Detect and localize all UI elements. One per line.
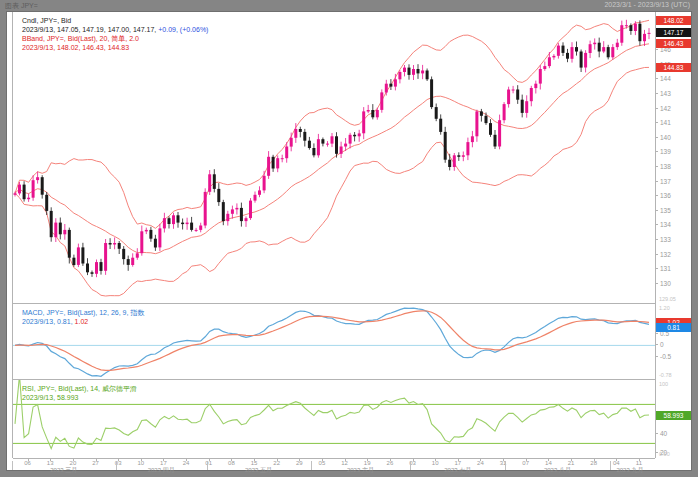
price-tick: 144: [655, 75, 696, 82]
macd-tick: 0: [655, 341, 696, 348]
x-day-label: 03: [112, 460, 124, 466]
candles-layer: [14, 20, 651, 277]
month-separator: [116, 461, 117, 470]
month-separator: [12, 461, 13, 470]
legend-macd: MACD, JPY=, Bid(Last), 12, 26, 9, 指数: [22, 308, 144, 317]
candlestick-chart[interactable]: [13, 12, 655, 303]
x-day-label: 31: [497, 460, 509, 466]
x-day-label: 29: [293, 460, 305, 466]
legend-ohlc: 2023/9/13, 147.05, 147.19, 147.00, 147.1…: [22, 25, 208, 34]
x-month-label: 2023 六月: [325, 466, 395, 475]
price-badge: 148.02: [656, 16, 691, 25]
price-tick: 141: [655, 119, 696, 126]
x-month-label: 2023 五月: [224, 466, 294, 475]
price-badge: 0.81: [656, 323, 691, 332]
x-day-label: 01: [203, 460, 215, 466]
price-legend: Cndl, JPY=, Bid 2023/9/13, 147.05, 147.1…: [22, 16, 208, 52]
price-tick: 130: [655, 280, 696, 287]
window-title: 图表 JPY=: [5, 1, 38, 11]
axis-minmax-label: -0.78: [659, 372, 672, 378]
rsi-tick: 40: [655, 430, 696, 437]
x-month-label: 2023 三月: [29, 466, 99, 475]
axis-minmax-label: 1.20: [659, 305, 670, 311]
chart-window: 图表 JPY= 2023/3/1 - 2023/9/13 (UTC) Cndl,…: [0, 0, 698, 477]
x-month-label: 2023 四月: [126, 466, 196, 475]
bollinger-bands: [15, 20, 649, 296]
price-badge: 146.43: [656, 39, 691, 48]
axis-minmax-label: 129.05: [659, 296, 676, 302]
legend-bband: BBand, JPY=, Bid(Last), 20, 简单, 2.0: [22, 34, 208, 43]
price-tick: 131: [655, 265, 696, 272]
x-month-label: 2023 七月: [423, 466, 493, 475]
axis-minmax-label: 100: [659, 381, 668, 387]
month-separator: [505, 461, 506, 470]
price-tick: 140: [655, 134, 696, 141]
date-range-label: 2023/3/1 - 2023/9/13 (UTC): [604, 1, 690, 8]
axis-minmax-label: 0.00: [659, 451, 670, 457]
price-tick: 143: [655, 90, 696, 97]
macd-panel[interactable]: MACD, JPY=, Bid(Last), 12, 26, 9, 指数 202…: [13, 304, 655, 380]
chart-card: Cndl, JPY=, Bid 2023/9/13, 147.05, 147.1…: [6, 11, 692, 471]
price-tick: 135: [655, 207, 696, 214]
y-axis-column[interactable]: 1481471461451441431421411401391381371361…: [655, 12, 693, 458]
x-month-label: 2023 九月: [595, 466, 665, 475]
price-tick: 133: [655, 236, 696, 243]
price-badge: 147.17: [656, 28, 691, 37]
x-month-label: 2023 八月: [522, 466, 592, 475]
legend-rsi-values: 2023/9/13, 58.993: [22, 393, 137, 402]
macd-tick: -0.5: [655, 353, 696, 360]
x-axis[interactable]: 0613202703101724010815222905121926031017…: [7, 459, 655, 472]
price-badge: 58.993: [656, 411, 691, 420]
rsi-panel[interactable]: RSI, JPY=, Bid(Last), 14, 威尔德平滑 2023/9/1…: [13, 380, 655, 459]
price-tick: 138: [655, 163, 696, 170]
price-tick: 134: [655, 221, 696, 228]
month-separator: [311, 461, 312, 470]
price-tick: 139: [655, 148, 696, 155]
legend-bband-values: 2023/9/13, 148.02, 146.43, 144.83: [22, 43, 208, 52]
macd-legend: MACD, JPY=, Bid(Last), 12, 26, 9, 指数 202…: [22, 308, 144, 326]
month-separator: [410, 461, 411, 470]
price-tick: 142: [655, 105, 696, 112]
legend-rsi: RSI, JPY=, Bid(Last), 14, 威尔德平滑: [22, 384, 137, 393]
x-day-label: 03: [407, 460, 419, 466]
price-tick: 136: [655, 192, 696, 199]
month-separator: [207, 461, 208, 470]
rsi-legend: RSI, JPY=, Bid(Last), 14, 威尔德平滑 2023/9/1…: [22, 384, 137, 402]
plot-area[interactable]: Cndl, JPY=, Bid 2023/9/13, 147.05, 147.1…: [12, 12, 656, 458]
price-badge: 144.83: [656, 63, 691, 72]
title-bar: 图表 JPY= 2023/3/1 - 2023/9/13 (UTC): [0, 0, 698, 11]
legend-macd-values: 2023/9/13, 0.81, 1.02: [22, 317, 144, 326]
price-panel[interactable]: Cndl, JPY=, Bid 2023/9/13, 147.05, 147.1…: [13, 12, 655, 304]
legend-instrument: Cndl, JPY=, Bid: [22, 16, 208, 25]
price-tick: 132: [655, 251, 696, 258]
price-tick: 137: [655, 178, 696, 185]
